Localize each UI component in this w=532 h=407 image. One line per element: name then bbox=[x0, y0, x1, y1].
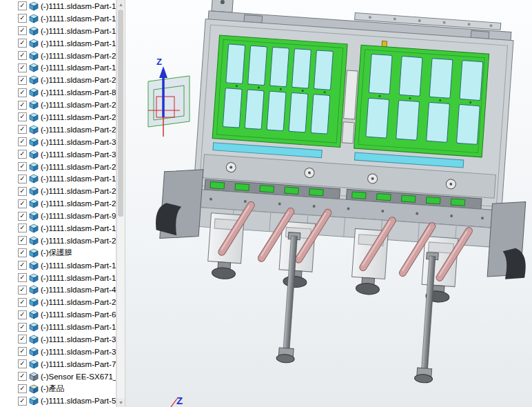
origin-z-label: Z bbox=[176, 395, 183, 406]
tree-item-label: (-)1111.sldasm-Part-2-3 bbox=[41, 237, 116, 245]
visibility-checkbox[interactable]: ✓ bbox=[18, 88, 27, 97]
tree-item-label: (-)1111.sldasm-Part-14-3 bbox=[41, 323, 116, 331]
visibility-checkbox[interactable]: ✓ bbox=[18, 51, 27, 60]
visibility-checkbox[interactable]: ✓ bbox=[18, 14, 27, 23]
visibility-checkbox[interactable]: ✓ bbox=[18, 273, 27, 282]
tree-item[interactable]: ✓ (-)1111.sldasm-Part-5-3 bbox=[0, 395, 116, 407]
visibility-checkbox[interactable]: ✓ bbox=[18, 162, 27, 171]
part-icon bbox=[29, 51, 39, 61]
tree-item[interactable]: ✓ (-)Sensor EE-SX671_OMRON_3 bbox=[0, 370, 116, 383]
assembly-model[interactable] bbox=[146, 0, 532, 389]
tree-item[interactable]: ✓ (-)1111.sldasm-Part-4-3 bbox=[0, 284, 116, 296]
visibility-checkbox[interactable]: ✓ bbox=[18, 125, 27, 134]
visibility-checkbox[interactable]: ✓ bbox=[18, 76, 27, 85]
tree-item-label: (-)1111.sldasm-Part-28-3 bbox=[41, 163, 116, 171]
tree-scrollbar[interactable]: ▲ ▼ bbox=[116, 0, 125, 407]
part-icon bbox=[29, 63, 39, 72]
tree-item[interactable]: ✓ (-)1111.sldasm-Part-1-3 bbox=[0, 12, 116, 25]
part-icon bbox=[29, 100, 39, 110]
tree-item[interactable]: ✓ (-)1111.sldasm-Part-33-3 bbox=[0, 346, 116, 358]
tree-item[interactable]: ✓ (-)1111.sldasm-Part-20-3 bbox=[0, 111, 116, 123]
visibility-checkbox[interactable]: ✓ bbox=[18, 286, 27, 295]
tree-item-label: (-)1111.sldasm-Part-8-3 bbox=[41, 88, 116, 97]
tree-item[interactable]: ✓ (-)1111.sldasm-Part-19-3 bbox=[0, 25, 116, 37]
tree-item[interactable]: ✓ (-)1111.sldasm-Part-13-3 bbox=[0, 37, 116, 50]
tree-item[interactable]: ✓ (-)1111.sldasm-Part-3-3 bbox=[0, 148, 116, 161]
scrollbar-thumb[interactable] bbox=[118, 10, 123, 217]
tree-item[interactable]: ✓ (-)1111.sldasm-Part-25-3 bbox=[0, 185, 116, 197]
visibility-checkbox[interactable]: ✓ bbox=[18, 298, 27, 307]
visibility-checkbox[interactable]: ✓ bbox=[18, 261, 27, 270]
tree-item-label: (-)Sensor EE-SX671_OMRON_3 bbox=[41, 373, 116, 381]
tree-item[interactable]: ✓ (-)1111.sldasm-Part-12-3 bbox=[0, 172, 116, 185]
visibility-checkbox[interactable]: ✓ bbox=[18, 199, 27, 208]
scroll-up-arrow-icon[interactable]: ▲ bbox=[117, 0, 125, 9]
tree-item-label: (-)1111.sldasm-Part-1-3 bbox=[41, 14, 116, 23]
tree-item[interactable]: ✓ (-)1111.sldasm-Part-21-3 bbox=[0, 50, 116, 62]
triad-z-label: Z bbox=[156, 57, 162, 67]
part-icon bbox=[29, 199, 39, 208]
tree-item-label: (-)1111.sldasm-Part-6-3 bbox=[41, 310, 116, 319]
visibility-checkbox[interactable]: ✓ bbox=[18, 212, 27, 221]
scroll-down-arrow-icon[interactable]: ▼ bbox=[117, 398, 125, 407]
visibility-checkbox[interactable]: ✓ bbox=[18, 347, 27, 356]
part-icon bbox=[29, 211, 39, 221]
tree-item[interactable]: ✓ (-)1111.sldasm-Part-7-3 bbox=[0, 358, 116, 370]
visibility-checkbox[interactable]: ✓ bbox=[18, 359, 27, 368]
tree-item[interactable]: ✓ (-)1111.sldasm-Part-27-3 bbox=[0, 296, 116, 308]
part-icon bbox=[29, 396, 39, 406]
visibility-checkbox[interactable]: ✓ bbox=[18, 335, 27, 344]
viewport-3d-canvas[interactable]: Z Z bbox=[125, 0, 532, 407]
visibility-checkbox[interactable]: ✓ bbox=[18, 101, 27, 110]
visibility-checkbox[interactable]: ✓ bbox=[18, 372, 27, 381]
tree-item-label: (-)1111.sldasm-Part-24-3 bbox=[41, 199, 116, 208]
visibility-checkbox[interactable]: ✓ bbox=[18, 384, 27, 393]
tree-item[interactable]: ✓ (-)1111.sldasm-Part-14-3 bbox=[0, 321, 116, 333]
visibility-checkbox[interactable]: ✓ bbox=[18, 236, 27, 245]
tree-item[interactable]: ✓ (-)1111.sldasm-Part-31-3 bbox=[0, 136, 116, 148]
graphics-viewport[interactable]: Z Z bbox=[125, 0, 532, 407]
tree-item[interactable]: ✓ (-)1111.sldasm-Part-28-3 bbox=[0, 161, 116, 173]
tree-item[interactable]: ✓ (-)1111.sldasm-Part-11-3 bbox=[0, 61, 116, 74]
tree-item[interactable]: ✓ (-)保護膜 bbox=[0, 247, 116, 259]
tree-item[interactable]: ✓ (-)1111.sldasm-Part-10-3 bbox=[0, 272, 116, 284]
visibility-checkbox[interactable]: ✓ bbox=[18, 310, 27, 319]
tree-item[interactable]: ✓ (-)產品 bbox=[0, 383, 116, 395]
visibility-checkbox[interactable]: ✓ bbox=[18, 248, 27, 257]
tree-item-label: (-)1111.sldasm-Part-3-3 bbox=[41, 150, 116, 159]
tree-item-label: (-)1111.sldasm-Part-20-3 bbox=[41, 113, 116, 121]
visibility-checkbox[interactable]: ✓ bbox=[18, 175, 27, 183]
part-icon bbox=[29, 14, 39, 23]
tree-item[interactable]: ✓ (-)1111.sldasm-Part-18-3 bbox=[0, 259, 116, 272]
visibility-checkbox[interactable]: ✓ bbox=[18, 323, 27, 332]
visibility-checkbox[interactable]: ✓ bbox=[18, 1, 27, 10]
tree-item[interactable]: ✓ (-)1111.sldasm-Part-9-3 bbox=[0, 210, 116, 222]
tree-item[interactable]: ✓ (-)1111.sldasm-Part-26-3 bbox=[0, 123, 116, 136]
tree-item-label: (-)1111.sldasm-Part-17-3 bbox=[41, 2, 116, 10]
tree-item[interactable]: ✓ (-)1111.sldasm-Part-16-3 bbox=[0, 222, 116, 235]
tree-item[interactable]: ✓ (-)1111.sldasm-Part-32-3 bbox=[0, 333, 116, 346]
tree-item[interactable]: ✓ (-)1111.sldasm-Part-2-3 bbox=[0, 235, 116, 247]
tree-item[interactable]: ✓ (-)1111.sldasm-Part-24-3 bbox=[0, 197, 116, 210]
visibility-checkbox[interactable]: ✓ bbox=[18, 150, 27, 159]
tree-item[interactable]: ✓ (-)1111.sldasm-Part-22-3 bbox=[0, 99, 116, 111]
visibility-checkbox[interactable]: ✓ bbox=[18, 187, 27, 196]
part-icon bbox=[29, 236, 39, 246]
tree-item-label: (-)1111.sldasm-Part-19-3 bbox=[41, 27, 116, 35]
visibility-checkbox[interactable]: ✓ bbox=[18, 137, 27, 146]
visibility-checkbox[interactable]: ✓ bbox=[18, 224, 27, 232]
tree-item-label: (-)1111.sldasm-Part-9-3 bbox=[41, 212, 116, 220]
visibility-checkbox[interactable]: ✓ bbox=[18, 63, 27, 72]
tree-item-label: (-)1111.sldasm-Part-27-3 bbox=[41, 298, 116, 306]
tree-item[interactable]: ✓ (-)1111.sldasm-Part-29-3 bbox=[0, 74, 116, 86]
tree-item[interactable]: ✓ (-)1111.sldasm-Part-6-3 bbox=[0, 308, 116, 321]
tree-item[interactable]: ✓ (-)1111.sldasm-Part-8-3 bbox=[0, 86, 116, 99]
tree-item[interactable]: ✓ (-)1111.sldasm-Part-17-3 bbox=[0, 0, 116, 12]
visibility-checkbox[interactable]: ✓ bbox=[18, 26, 27, 35]
part-icon bbox=[29, 310, 39, 319]
tree-item-label: (-)1111.sldasm-Part-26-3 bbox=[41, 126, 116, 134]
visibility-checkbox[interactable]: ✓ bbox=[18, 112, 27, 121]
visibility-checkbox[interactable]: ✓ bbox=[18, 39, 27, 48]
visibility-checkbox[interactable]: ✓ bbox=[18, 397, 27, 406]
tree-item-label: (-)1111.sldasm-Part-5-3 bbox=[41, 397, 116, 405]
